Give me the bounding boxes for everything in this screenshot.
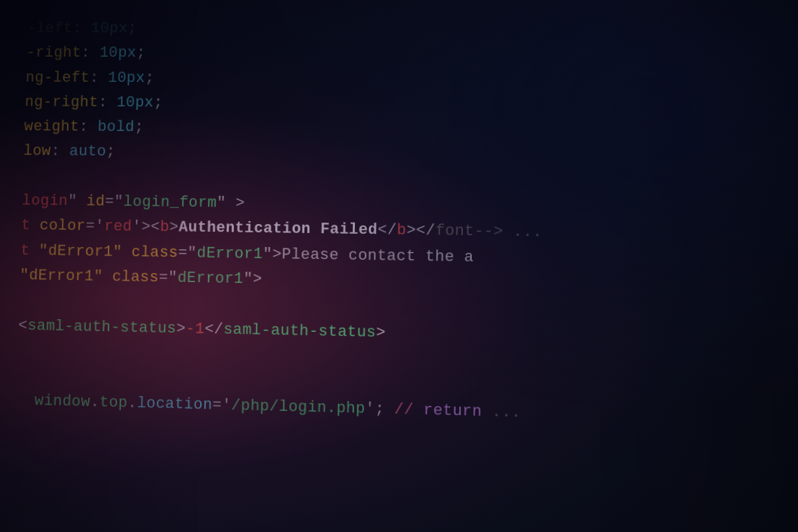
code-line-1: -left: 10px; bbox=[13, 17, 798, 43]
code-line-3: ng-left: 10px; bbox=[12, 66, 798, 94]
code-screenshot: -left: 10px; -right: 10px; ng-left: 10px… bbox=[0, 0, 798, 532]
code-container: -left: 10px; -right: 10px; ng-left: 10px… bbox=[0, 3, 798, 532]
code-line-2: -right: 10px; bbox=[13, 41, 798, 68]
